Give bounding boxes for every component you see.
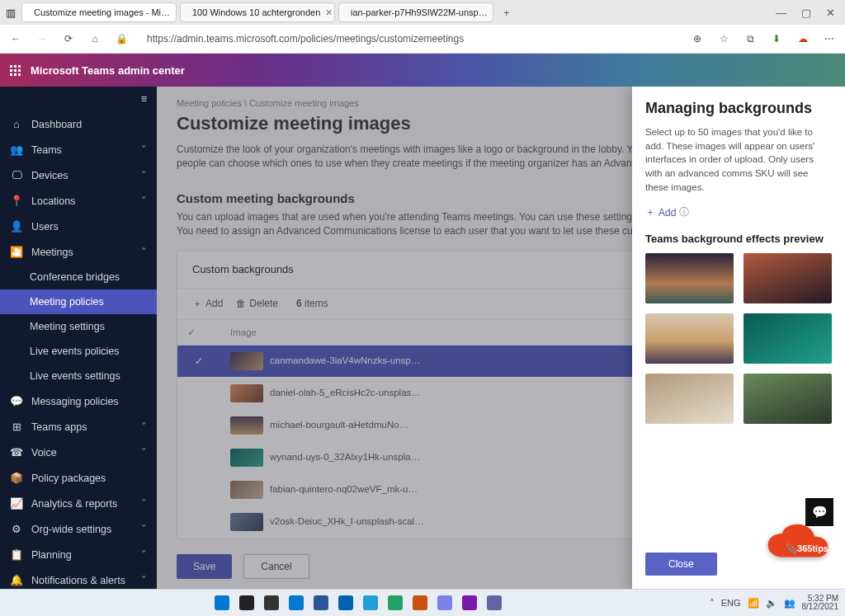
close-icon[interactable]: ✕ <box>175 7 177 18</box>
nav-icon: ☎ <box>10 446 23 458</box>
browser-tabstrip: ▥ Customize meeting images - Mi… ✕ 100 W… <box>0 0 845 25</box>
panel-add-button[interactable]: Add <box>659 207 676 219</box>
tb-icon-4[interactable]: ☁ <box>795 33 810 45</box>
back-button[interactable]: ← <box>8 33 23 45</box>
tb-icon-1[interactable]: ☆ <box>716 33 731 45</box>
preview-tile[interactable] <box>744 374 832 424</box>
nav-item[interactable]: 📍Locations˅ <box>0 188 157 214</box>
nav-item[interactable]: 🖵Devices˅ <box>0 162 157 188</box>
taskbar-app[interactable] <box>487 595 502 610</box>
close-icon[interactable]: ✕ <box>325 7 333 18</box>
nav-icon: 🖵 <box>10 169 23 181</box>
taskbar-app[interactable] <box>462 595 477 610</box>
row-check[interactable]: ✓ <box>177 345 220 377</box>
hamburger-icon[interactable]: ≡ <box>131 87 157 111</box>
tray-teams-icon[interactable]: 👥 <box>784 598 795 609</box>
minimize-button[interactable]: — <box>776 7 786 19</box>
row-name: fabian-quintero-nq02weVF_mk-u… <box>270 484 418 494</box>
nav-subitem[interactable]: Meeting policies <box>0 289 157 314</box>
browser-tab-1[interactable]: Customize meeting images - Mi… ✕ <box>21 2 177 22</box>
nav-icon: 🔔 <box>10 574 23 586</box>
preview-tile[interactable] <box>744 253 832 303</box>
breadcrumb-current: Customize meeting images <box>249 98 359 108</box>
panel-close-button[interactable]: Close <box>645 553 717 576</box>
browser-tab-3[interactable]: ian-parker-p7Hh9SlW22M-unsp… ✕ <box>338 2 493 22</box>
tb-icon-5[interactable]: ⋯ <box>822 33 837 45</box>
taskbar-app[interactable] <box>314 595 328 610</box>
delete-action[interactable]: 🗑Delete <box>236 298 278 309</box>
nav-item[interactable]: 👥Teams˅ <box>0 137 157 162</box>
row-thumb <box>230 352 263 370</box>
row-check[interactable] <box>177 441 220 473</box>
tb-icon-0[interactable]: ⊕ <box>690 33 705 45</box>
nav-subitem[interactable]: Live events settings <box>0 364 157 388</box>
maximize-button[interactable]: ▢ <box>801 7 811 19</box>
tray-sound-icon[interactable]: 🔈 <box>766 598 777 609</box>
refresh-button[interactable]: ⟳ <box>61 33 76 45</box>
nav-icon: ⌂ <box>10 118 23 130</box>
preview-tile[interactable] <box>645 313 734 364</box>
taskbar-app[interactable] <box>239 595 254 610</box>
plus-icon: ＋ <box>645 205 655 219</box>
tray-up-icon[interactable]: ˄ <box>710 598 715 609</box>
info-icon[interactable]: ⓘ <box>679 205 689 219</box>
app-menu-icon[interactable]: ▥ <box>3 7 18 19</box>
taskbar-app[interactable] <box>388 595 403 610</box>
address-bar[interactable]: https://admin.teams.microsoft.com/polici… <box>140 30 678 48</box>
taskbar-app[interactable] <box>413 595 427 610</box>
browser-toolbar: ← → ⟳ ⌂ 🔒 https://admin.teams.microsoft.… <box>0 25 845 54</box>
tb-icon-2[interactable]: ⧉ <box>743 33 758 45</box>
nav-subitem[interactable]: Meeting settings <box>0 314 157 339</box>
preview-tile[interactable] <box>645 374 734 424</box>
taskbar-app[interactable] <box>264 595 279 610</box>
preview-tile[interactable] <box>744 313 832 364</box>
cancel-button[interactable]: Cancel <box>243 554 309 579</box>
tray-lang[interactable]: ENG <box>721 598 741 608</box>
nav-item[interactable]: ⚙Org-wide settings˅ <box>0 516 157 542</box>
nav-item[interactable]: 📋Planning˅ <box>0 542 157 567</box>
nav-item[interactable]: 📈Analytics & reports˅ <box>0 491 157 516</box>
select-all-checkbox[interactable]: ✓ <box>177 320 220 346</box>
nav-item[interactable]: 📦Policy packages <box>0 465 157 491</box>
chat-fab[interactable]: 💬 <box>805 498 833 526</box>
row-check[interactable] <box>177 377 220 409</box>
forward-button[interactable]: → <box>35 33 50 45</box>
add-action[interactable]: ＋Add <box>192 297 223 311</box>
row-thumb <box>230 449 263 467</box>
nav-subitem[interactable]: Conference bridges <box>0 265 157 289</box>
nav-item[interactable]: ☎Voice˅ <box>0 440 157 465</box>
save-button[interactable]: Save <box>177 554 232 579</box>
nav-subitem[interactable]: Live events policies <box>0 339 157 364</box>
taskbar-app[interactable] <box>289 595 304 610</box>
tray-clock[interactable]: 5:32 PM 8/12/2021 <box>802 595 839 612</box>
close-icon[interactable]: ✕ <box>493 7 493 18</box>
nav-item[interactable]: 💬Messaging policies <box>0 388 157 414</box>
row-name: v2osk-Deiuc_XHk_I-unsplash-scal… <box>270 516 424 526</box>
items-count: 6 <box>296 298 302 309</box>
taskbar-app[interactable] <box>215 595 229 610</box>
chevron-down-icon: ˄ <box>141 246 147 258</box>
taskbar: ˄ ENG 📶 🔈 👥 5:32 PM 8/12/2021 <box>0 589 845 616</box>
nav-icon: 💬 <box>10 395 23 407</box>
nav-icon: 👤 <box>10 220 23 233</box>
tb-icon-3[interactable]: ⬇ <box>769 33 784 45</box>
row-check[interactable] <box>177 505 220 538</box>
taskbar-app[interactable] <box>363 595 378 610</box>
nav-item[interactable]: ⌂Dashboard <box>0 111 157 137</box>
lock-icon: 🔒 <box>114 33 129 45</box>
row-check[interactable] <box>177 409 220 441</box>
browser-tab-2[interactable]: 100 Windows 10 achtergronden ✕ <box>180 2 335 22</box>
taskbar-app[interactable] <box>437 595 452 610</box>
new-tab-button[interactable]: + <box>497 7 517 19</box>
nav-item[interactable]: ⊞Teams apps˅ <box>0 414 157 440</box>
preview-tile[interactable] <box>645 253 734 303</box>
row-check[interactable] <box>177 473 220 505</box>
tray-net-icon[interactable]: 📶 <box>748 598 759 609</box>
taskbar-app[interactable] <box>338 595 353 610</box>
nav-item[interactable]: 🎦Meetings˄ <box>0 239 157 265</box>
home-button[interactable]: ⌂ <box>87 33 102 45</box>
breadcrumb-link[interactable]: Meeting policies <box>177 98 242 108</box>
nav-item[interactable]: 👤Users <box>0 214 157 239</box>
close-window-button[interactable]: ✕ <box>826 7 835 19</box>
waffle-icon[interactable] <box>10 65 21 76</box>
